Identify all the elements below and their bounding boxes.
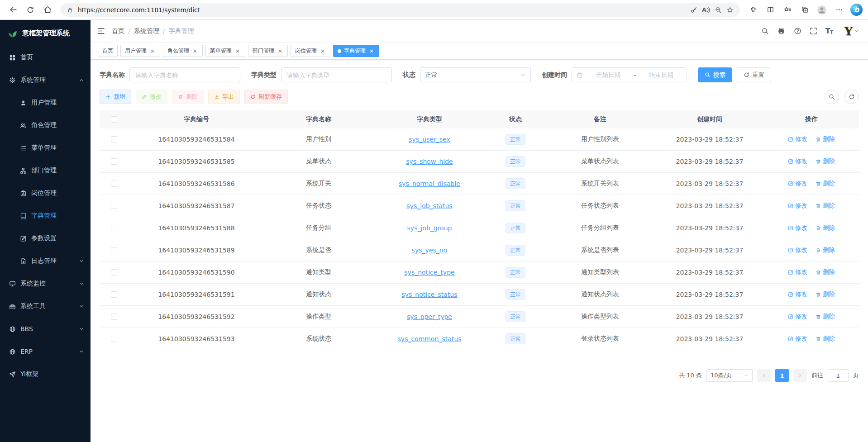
row-delete-link[interactable]: 删除 <box>816 290 835 299</box>
sidebar-item-yi-framework[interactable]: Yi框架 <box>0 363 91 385</box>
tab-menus[interactable]: 菜单管理× <box>205 45 245 57</box>
dict-type-link[interactable]: sys_user_sex <box>409 136 450 143</box>
row-delete-link[interactable]: 删除 <box>816 135 835 143</box>
select-all-checkbox[interactable] <box>111 116 117 123</box>
row-checkbox[interactable] <box>111 247 117 253</box>
close-icon[interactable]: × <box>277 48 283 54</box>
browser-refresh-button[interactable] <box>23 3 38 17</box>
extensions-icon[interactable] <box>745 3 761 17</box>
add-button[interactable]: 新增 <box>100 90 131 104</box>
toggle-search-button[interactable] <box>825 90 839 104</box>
dict-type-link[interactable]: sys_show_hide <box>406 158 453 165</box>
current-page-button[interactable]: 1 <box>775 369 789 382</box>
refresh-cache-button[interactable]: 刷新缓存 <box>244 90 288 104</box>
breadcrumb-item-home[interactable]: 首页 <box>112 27 124 35</box>
dict-type-link[interactable]: sys_notice_type <box>404 269 454 276</box>
row-edit-link[interactable]: 修改 <box>788 135 807 143</box>
row-delete-link[interactable]: 删除 <box>816 224 835 232</box>
tab-posts[interactable]: 岗位管理× <box>291 45 330 57</box>
status-select[interactable]: 正常 <box>420 67 531 82</box>
sidebar-item-bbs[interactable]: BBS <box>0 318 91 340</box>
sidebar-item-monitor[interactable]: 系统监控 <box>0 272 91 295</box>
fullscreen-icon[interactable] <box>810 27 817 35</box>
row-edit-link[interactable]: 修改 <box>788 157 807 166</box>
tab-dict[interactable]: 字典管理× <box>333 45 379 57</box>
row-delete-link[interactable]: 删除 <box>816 157 835 166</box>
row-checkbox[interactable] <box>111 291 117 298</box>
row-checkbox[interactable] <box>111 336 117 342</box>
row-delete-link[interactable]: 删除 <box>816 268 835 276</box>
sidebar-item-menus[interactable]: 菜单管理 <box>0 137 91 159</box>
sidebar-item-users[interactable]: 用户管理 <box>0 91 91 114</box>
close-icon[interactable]: × <box>320 48 326 54</box>
dict-type-input[interactable] <box>281 67 392 82</box>
row-edit-link[interactable]: 修改 <box>788 313 807 321</box>
sidebar-item-tools[interactable]: 系统工具 <box>0 295 91 318</box>
sidebar-item-roles[interactable]: 角色管理 <box>0 114 91 137</box>
sidebar-item-params[interactable]: 参数设置 <box>0 227 91 250</box>
search-button[interactable]: 搜索 <box>698 67 732 82</box>
reset-button[interactable]: 重置 <box>737 67 771 82</box>
export-button[interactable]: 导出 <box>208 90 240 104</box>
close-icon[interactable]: × <box>192 48 198 54</box>
refresh-table-button[interactable] <box>844 90 859 104</box>
profile-avatar[interactable] <box>814 3 830 17</box>
address-bar[interactable]: https://ccnetcore.com:1101/system/dict A <box>61 3 740 17</box>
row-checkbox[interactable] <box>111 269 117 276</box>
password-key-icon[interactable] <box>690 6 697 14</box>
row-edit-link[interactable]: 修改 <box>788 290 807 299</box>
zoom-out-icon[interactable] <box>715 6 722 14</box>
row-edit-link[interactable]: 修改 <box>788 246 807 254</box>
header-search-icon[interactable] <box>761 27 769 35</box>
row-edit-link[interactable]: 修改 <box>788 180 807 188</box>
browser-back-button[interactable] <box>5 3 21 17</box>
sidebar-item-home[interactable]: 首页 <box>0 46 91 69</box>
sidebar-fold-icon[interactable] <box>97 27 105 35</box>
more-menu-icon[interactable] <box>831 3 847 17</box>
row-delete-link[interactable]: 删除 <box>816 313 835 321</box>
font-size-icon[interactable]: TT <box>825 28 834 35</box>
dict-type-link[interactable]: sys_job_group <box>407 224 452 232</box>
sidebar-item-erp[interactable]: ERP <box>0 340 91 363</box>
sidebar-item-departments[interactable]: 部门管理 <box>0 159 91 182</box>
user-avatar-menu[interactable]: Y <box>844 25 859 37</box>
browser-home-button[interactable] <box>40 3 55 17</box>
row-delete-link[interactable]: 删除 <box>816 246 835 254</box>
row-checkbox[interactable] <box>111 225 117 231</box>
edit-button[interactable]: 修改 <box>136 90 167 104</box>
favorites-icon[interactable] <box>780 3 795 17</box>
close-icon[interactable]: × <box>234 48 241 54</box>
bing-button[interactable]: b <box>850 4 863 16</box>
row-delete-link[interactable]: 删除 <box>816 202 835 210</box>
date-range-picker[interactable]: 开始日期 - 结束日期 <box>572 67 687 82</box>
read-aloud-icon[interactable]: A <box>702 6 710 13</box>
favorite-star-icon[interactable] <box>726 6 734 14</box>
dict-type-link[interactable]: sys_notice_status <box>401 291 457 298</box>
tab-users[interactable]: 用户管理× <box>120 45 160 57</box>
row-checkbox[interactable] <box>111 181 117 187</box>
tab-departments[interactable]: 部门管理× <box>248 45 288 57</box>
row-checkbox[interactable] <box>111 136 117 143</box>
prev-page-button[interactable] <box>757 369 771 382</box>
tab-roles[interactable]: 角色管理× <box>163 45 203 57</box>
row-edit-link[interactable]: 修改 <box>788 268 807 276</box>
delete-button[interactable]: 删除 <box>172 90 204 104</box>
github-icon[interactable] <box>777 27 786 35</box>
sidebar-item-posts[interactable]: 岗位管理 <box>0 182 91 204</box>
row-delete-link[interactable]: 删除 <box>816 180 835 188</box>
row-edit-link[interactable]: 修改 <box>788 335 807 343</box>
collections-icon[interactable] <box>797 3 812 17</box>
dict-type-link[interactable]: sys_yes_no <box>412 247 448 254</box>
dict-name-input[interactable] <box>129 67 240 82</box>
row-edit-link[interactable]: 修改 <box>788 224 807 232</box>
next-page-button[interactable] <box>793 369 807 382</box>
row-edit-link[interactable]: 修改 <box>788 202 807 210</box>
row-checkbox[interactable] <box>111 314 117 320</box>
dict-type-link[interactable]: sys_oper_type <box>407 313 452 320</box>
breadcrumb-item-system[interactable]: 系统管理 <box>134 27 159 35</box>
row-checkbox[interactable] <box>111 158 117 165</box>
close-icon[interactable]: × <box>149 48 156 54</box>
sidebar-item-system[interactable]: 系统管理 <box>0 69 91 91</box>
goto-page-input[interactable] <box>828 369 849 382</box>
dict-type-link[interactable]: sys_job_status <box>406 202 452 209</box>
